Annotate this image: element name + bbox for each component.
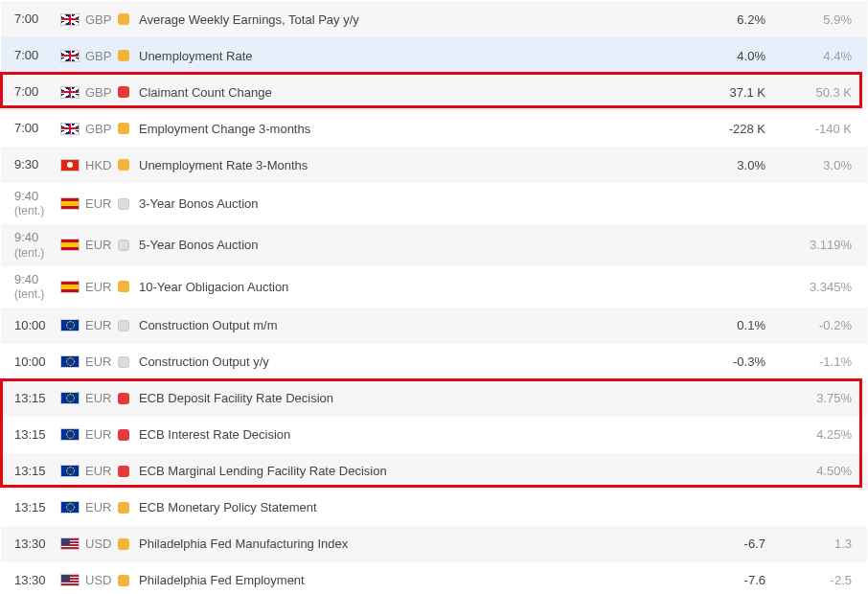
previous-value: 4.4% [771,49,857,63]
importance-cell [118,538,139,550]
importance-cell [118,240,139,251]
currency-code: EUR [85,427,111,442]
event-name[interactable]: 10-Year Obligacion Auction [139,280,685,294]
forecast-value: -7.6 [685,573,771,587]
time-cell: 13:15 [14,427,60,443]
time-cell: 9:30 [14,157,60,172]
importance-high-icon [118,86,129,98]
currency-code: EUR [85,464,111,478]
calendar-row[interactable]: 7:00GBPClaimant Count Change37.1 K50.3 K [1,74,867,110]
currency-code: EUR [85,318,111,332]
calendar-row[interactable]: 9:40(tent.)EUR3-Year Bonos Auction [1,183,867,224]
currency-code: USD [85,573,111,587]
forecast-value: 37.1 K [685,85,771,100]
event-name[interactable]: Construction Output y/y [139,354,685,369]
eu-flag-icon [60,319,80,331]
previous-value: 50.3 K [771,85,857,100]
currency-cell: GBP [60,49,118,63]
event-name[interactable]: Philadelphia Fed Manufacturing Index [139,537,685,551]
previous-value: 1.3 [771,537,857,551]
currency-code: GBP [85,122,111,136]
calendar-row[interactable]: 13:30USDPhiladelphia Fed Manufacturing I… [1,526,867,562]
importance-med-icon [118,502,129,514]
calendar-row[interactable]: 7:00GBPAverage Weekly Earnings, Total Pa… [1,1,867,37]
uk-flag-icon [60,123,80,135]
event-name[interactable]: Philadelphia Fed Employment [139,573,685,587]
importance-low-icon [118,240,129,251]
calendar-row[interactable]: 13:15EURECB Interest Rate Decision4.25% [1,417,867,453]
importance-cell [118,13,139,25]
time-value: 10:00 [14,318,46,332]
es-flag-icon [60,239,80,251]
importance-cell [118,159,139,171]
previous-value: 3.75% [771,391,857,405]
event-name[interactable]: 5-Year Bonos Auction [139,238,685,252]
currency-code: USD [85,537,111,551]
time-value: 7:00 [14,84,38,99]
currency-cell: GBP [60,85,118,100]
time-value: 7:00 [14,48,38,62]
currency-code: EUR [85,354,111,369]
forecast-value: -228 K [685,122,771,136]
currency-cell: GBP [60,12,118,27]
importance-low-icon [118,356,129,368]
tentative-label: (tent.) [14,287,60,302]
time-cell: 9:40(tent.) [14,230,60,260]
currency-code: EUR [85,391,111,405]
currency-cell: USD [60,573,118,587]
event-name[interactable]: ECB Marginal Lending Facility Rate Decis… [139,464,685,478]
currency-code: EUR [85,280,111,294]
time-value: 13:15 [14,500,46,514]
event-name[interactable]: Construction Output m/m [139,318,685,332]
eu-flag-icon [60,428,80,441]
time-value: 10:00 [14,354,46,369]
event-name[interactable]: Employment Change 3-months [139,122,685,136]
event-name[interactable]: Average Weekly Earnings, Total Pay y/y [139,12,685,27]
calendar-row[interactable]: 13:15EURECB Deposit Facility Rate Decisi… [1,380,867,417]
forecast-value: -0.3% [685,354,771,369]
importance-med-icon [118,575,129,586]
forecast-value: 0.1% [685,318,771,332]
time-value: 13:30 [14,573,46,587]
currency-code: EUR [85,238,111,252]
importance-low-icon [118,198,129,210]
event-name[interactable]: ECB Interest Rate Decision [139,427,685,442]
calendar-row[interactable]: 13:15EURECB Marginal Lending Facility Ra… [1,453,867,490]
time-value: 9:40 [14,189,38,203]
calendar-row[interactable]: 13:15EURECB Monetary Policy Statement [1,490,867,526]
calendar-row[interactable]: 9:30HKDUnemployment Rate 3-Months3.0%3.0… [1,147,867,183]
event-name[interactable]: ECB Monetary Policy Statement [139,500,685,514]
time-value: 9:30 [14,157,38,171]
currency-code: EUR [85,500,111,514]
uk-flag-icon [60,50,80,62]
calendar-row[interactable]: 7:00GBPEmployment Change 3-months-228 K-… [1,110,867,147]
calendar-row[interactable]: 10:00EURConstruction Output m/m0.1%-0.2% [1,308,867,344]
eu-flag-icon [60,392,80,404]
event-name[interactable]: Unemployment Rate [139,49,685,63]
es-flag-icon [60,197,80,210]
calendar-row[interactable]: 9:40(tent.)EUR5-Year Bonos Auction3.119% [1,224,867,265]
event-name[interactable]: 3-Year Bonos Auction [139,196,685,211]
event-name[interactable]: Claimant Count Change [139,85,685,100]
uk-flag-icon [60,86,80,99]
previous-value: 3.119% [771,238,857,252]
previous-value: 3.345% [771,280,857,294]
event-name[interactable]: ECB Deposit Facility Rate Decision [139,391,685,405]
time-value: 7:00 [14,121,38,135]
importance-med-icon [118,538,129,550]
importance-cell [118,429,139,441]
importance-med-icon [118,123,129,134]
calendar-row[interactable]: 10:00EURConstruction Output y/y-0.3%-1.1… [1,344,867,380]
calendar-row[interactable]: 13:30USDPhiladelphia Fed Employment-7.6-… [1,562,867,594]
calendar-row[interactable]: 7:00GBPUnemployment Rate4.0%4.4% [1,37,867,74]
time-value: 13:15 [14,464,46,478]
us-flag-icon [60,574,80,586]
event-name[interactable]: Unemployment Rate 3-Months [139,158,685,172]
currency-cell: EUR [60,318,118,332]
currency-cell: HKD [60,158,118,172]
calendar-row[interactable]: 9:40(tent.)EUR10-Year Obligacion Auction… [1,266,867,308]
previous-value: -1.1% [771,354,857,369]
time-value: 13:15 [14,391,46,405]
eu-flag-icon [60,501,80,514]
time-cell: 7:00 [14,84,60,100]
